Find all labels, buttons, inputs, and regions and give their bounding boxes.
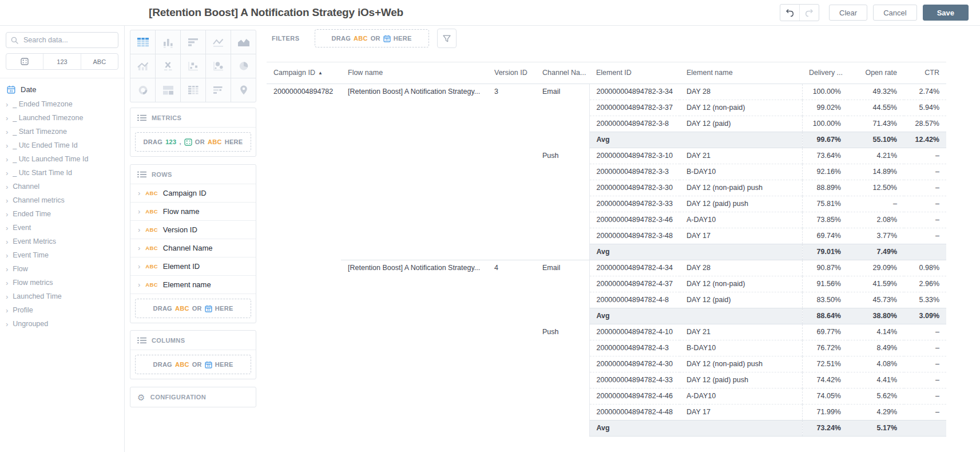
chart-type-bubble-chart[interactable] [206, 54, 231, 78]
chart-type-pie-chart[interactable] [231, 54, 256, 78]
chart-type-area-chart[interactable] [231, 30, 256, 54]
custom-field-icon [184, 138, 192, 146]
sidebar-field[interactable]: › Event Time [6, 248, 118, 262]
column-header-campaign[interactable]: Campaign ID▲ [267, 62, 341, 84]
column-header-element_id[interactable]: Element ID [589, 62, 680, 84]
list-icon [137, 171, 146, 178]
rows-field[interactable]: › ABC Element name [130, 276, 256, 294]
chart-type-table[interactable] [130, 30, 155, 54]
sidebar-field[interactable]: › _ Start Timezone [6, 125, 118, 138]
chart-type-layout[interactable] [156, 78, 180, 102]
table-row[interactable]: 200000004894782-3-3B-DAY1092.16%14.89%– [267, 164, 946, 180]
map-pin-icon [236, 84, 251, 96]
sidebar-field-label: Channel [13, 183, 39, 191]
rows-field[interactable]: › ABC Version ID [130, 221, 256, 239]
filter-button[interactable] [437, 29, 457, 48]
sidebar-field[interactable]: › Launched Time [6, 290, 118, 303]
table-row[interactable]: [Retention Boost] A Notification Strateg… [267, 260, 946, 276]
chart-type-combo-chart[interactable] [130, 54, 155, 78]
chart-type-text-kpi[interactable] [156, 54, 180, 78]
chart-type-bar-chart[interactable] [181, 30, 205, 54]
cell-campaign [267, 116, 341, 132]
chart-type-pivot-table[interactable] [181, 78, 205, 102]
table-row-avg[interactable]: Avg99.67%55.10%12.42% [267, 132, 946, 148]
cell-open_rate: 38.80% [848, 308, 904, 324]
cell-flow [341, 420, 487, 436]
table-row[interactable]: 200000004894782-4-48DAY 1771.99%4.29%– [267, 404, 946, 420]
columns-dropzone[interactable]: DRAG ABC OR 31 HERE [135, 355, 251, 374]
column-header-open_rate[interactable]: Open rate [848, 62, 904, 84]
sidebar-field[interactable]: › Ungrouped [6, 317, 118, 331]
table-row[interactable]: 200000004894782-3-37DAY 12 (non-paid)99.… [267, 100, 946, 116]
topbar-actions: Clear Cancel Save [780, 4, 969, 21]
clear-button[interactable]: Clear [829, 5, 867, 21]
rows-field[interactable]: › ABC Element ID [130, 257, 256, 276]
table-row[interactable]: 200000004894782-3-46A-DAY1073.85%2.08%– [267, 212, 946, 228]
rows-header: ROWS [130, 165, 256, 184]
rows-field[interactable]: › ABC Channel Name [130, 239, 256, 257]
chart-type-line-chart[interactable] [206, 30, 231, 54]
sidebar-field[interactable]: › _ Launched Timezone [6, 111, 118, 125]
table-row[interactable]: Push200000004894782-3-10DAY 2173.64%4.21… [267, 148, 946, 164]
sidebar-field[interactable]: › Flow [6, 262, 118, 276]
sidebar-field[interactable]: › Event [6, 221, 118, 235]
cancel-button[interactable]: Cancel [873, 5, 916, 21]
filters-dropzone[interactable]: DRAG ABC OR 31 HERE [315, 29, 429, 47]
cell-element_id: 200000004894782-3-30 [589, 180, 680, 196]
rows-field[interactable]: › ABC Flow name [130, 203, 256, 221]
undo-button[interactable] [780, 5, 799, 21]
redo-button[interactable] [799, 5, 819, 21]
table-row[interactable]: 200000004894782-4-33DAY 12 (paid) push74… [267, 372, 946, 388]
sidebar-field[interactable]: › Channel [6, 180, 118, 193]
sidebar-field[interactable]: › Event Metrics [6, 235, 118, 248]
sidebar-field[interactable]: › Ended Time [6, 207, 118, 221]
table-row[interactable]: Push200000004894782-4-10DAY 2169.77%4.14… [267, 324, 946, 340]
table-row[interactable]: 200000004894782-4-3B-DAY1076.72%8.49%– [267, 340, 946, 356]
table-row[interactable]: 200000004894782-3-30DAY 12 (non-paid) pu… [267, 180, 946, 196]
column-header-flow[interactable]: Flow name [341, 62, 487, 84]
search-input[interactable] [22, 35, 113, 45]
column-header-ctr[interactable]: CTR [904, 62, 946, 84]
column-header-version[interactable]: Version ID [487, 62, 535, 84]
table-row[interactable]: 200000004894782-4-8DAY 12 (paid)83.50%45… [267, 292, 946, 308]
sidebar-field[interactable]: › _ Utc Start Time Id [6, 166, 118, 180]
table-row[interactable]: 200000004894782[Retention Boost] A Notif… [267, 84, 946, 100]
sidebar-field[interactable]: › _ Ended Timezone [6, 97, 118, 111]
filter-custom-fields[interactable] [6, 54, 43, 69]
chart-type-map[interactable] [231, 78, 256, 102]
sidebar-item-date[interactable]: 31 Date [7, 85, 118, 94]
cell-element_id: 200000004894782-4-48 [589, 404, 680, 420]
table-row-avg[interactable]: Avg79.01%7.49% [267, 244, 946, 260]
sidebar-field[interactable]: › _ Utc Launched Time Id [6, 152, 118, 166]
table-row[interactable]: 200000004894782-4-37DAY 12 (non-paid)91.… [267, 276, 946, 292]
rows-field[interactable]: › ABC Campaign ID [130, 184, 256, 203]
cell-open_rate: 14.89% [848, 164, 904, 180]
table-row[interactable]: 200000004894782-4-30DAY 12 (non-paid) pu… [267, 356, 946, 372]
column-header-element_name[interactable]: Element name [680, 62, 802, 84]
sidebar-field[interactable]: › _ Utc Ended Time Id [6, 138, 118, 152]
table-row-avg[interactable]: Avg73.24%5.17% [267, 420, 946, 436]
column-chart-icon [161, 36, 176, 48]
column-header-delivery[interactable]: Delivery ... [802, 62, 848, 84]
cell-element_id: 200000004894782-4-37 [589, 276, 680, 292]
filter-text-fields[interactable]: ABC [81, 54, 118, 69]
save-button[interactable]: Save [923, 5, 969, 21]
sidebar-field[interactable]: › Channel metrics [6, 193, 118, 207]
configuration-button[interactable]: ⚙ CONFIGURATION [130, 387, 256, 407]
filter-numeric-fields[interactable]: 123 [43, 54, 80, 69]
metrics-dropzone[interactable]: DRAG 123 , OR ABC HERE [135, 132, 251, 152]
column-header-channel[interactable]: Channel Na... [535, 62, 589, 84]
rows-dropzone[interactable]: DRAG ABC OR 31 HERE [135, 299, 251, 318]
sidebar-field[interactable]: › Profile [6, 303, 118, 317]
chart-type-scatter-plot[interactable] [181, 54, 205, 78]
table-row[interactable]: 200000004894782-3-33DAY 12 (paid) push75… [267, 196, 946, 212]
table-row[interactable]: 200000004894782-3-48DAY 1769.74%3.77%– [267, 228, 946, 244]
table-row[interactable]: 200000004894782-4-46A-DAY1074.05%5.62%– [267, 388, 946, 404]
cell-ctr: – [904, 228, 946, 244]
chart-type-donut-chart[interactable] [130, 78, 155, 102]
table-row-avg[interactable]: Avg88.64%38.80%3.09% [267, 308, 946, 324]
sidebar-field[interactable]: › Flow metrics [6, 276, 118, 290]
table-row[interactable]: 200000004894782-3-8DAY 12 (paid)100.00%7… [267, 116, 946, 132]
chart-type-summary-rows[interactable] [206, 78, 231, 102]
chart-type-column-chart[interactable] [156, 30, 180, 54]
